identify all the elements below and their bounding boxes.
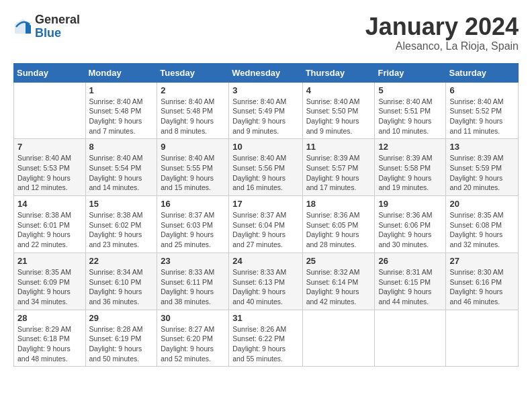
day-number: 9 <box>161 142 225 152</box>
day-detail: Sunrise: 8:40 AM Sunset: 5:50 PM Dayligh… <box>306 97 371 136</box>
day-number: 22 <box>89 256 154 266</box>
day-detail: Sunrise: 8:40 AM Sunset: 5:49 PM Dayligh… <box>232 97 298 136</box>
calendar-cell: 14Sunrise: 8:38 AM Sunset: 6:01 PM Dayli… <box>14 196 86 253</box>
day-detail: Sunrise: 8:27 AM Sunset: 6:20 PM Dayligh… <box>161 324 225 364</box>
calendar-cell: 10Sunrise: 8:40 AM Sunset: 5:56 PM Dayli… <box>229 139 302 196</box>
day-number: 4 <box>306 85 371 95</box>
weekday-header-thursday: Thursday <box>302 63 375 82</box>
calendar-cell: 26Sunrise: 8:31 AM Sunset: 6:15 PM Dayli… <box>375 253 446 310</box>
weekday-header-tuesday: Tuesday <box>157 63 229 82</box>
calendar-cell: 31Sunrise: 8:26 AM Sunset: 6:22 PM Dayli… <box>229 310 302 367</box>
calendar-cell <box>446 310 519 367</box>
day-number: 23 <box>161 256 225 266</box>
calendar-cell: 22Sunrise: 8:34 AM Sunset: 6:10 PM Dayli… <box>85 253 157 310</box>
day-detail: Sunrise: 8:36 AM Sunset: 6:06 PM Dayligh… <box>378 210 442 250</box>
day-detail: Sunrise: 8:30 AM Sunset: 6:16 PM Dayligh… <box>449 267 515 307</box>
weekday-header-saturday: Saturday <box>446 63 519 82</box>
calendar-cell: 6Sunrise: 8:40 AM Sunset: 5:52 PM Daylig… <box>446 82 519 139</box>
day-number: 27 <box>449 256 515 266</box>
day-detail: Sunrise: 8:37 AM Sunset: 6:04 PM Dayligh… <box>232 210 298 250</box>
calendar-cell: 4Sunrise: 8:40 AM Sunset: 5:50 PM Daylig… <box>302 82 375 139</box>
day-detail: Sunrise: 8:40 AM Sunset: 5:54 PM Dayligh… <box>89 153 154 193</box>
day-number: 8 <box>89 142 154 152</box>
day-number: 31 <box>232 313 298 323</box>
day-number: 15 <box>89 199 154 209</box>
week-row-5: 28Sunrise: 8:29 AM Sunset: 6:18 PM Dayli… <box>14 310 519 367</box>
day-detail: Sunrise: 8:40 AM Sunset: 5:48 PM Dayligh… <box>89 97 154 136</box>
day-detail: Sunrise: 8:38 AM Sunset: 6:02 PM Dayligh… <box>89 210 154 250</box>
calendar-cell: 27Sunrise: 8:30 AM Sunset: 6:16 PM Dayli… <box>446 253 519 310</box>
calendar-cell <box>375 310 446 367</box>
day-number: 19 <box>378 199 442 209</box>
day-number: 3 <box>232 85 298 95</box>
day-detail: Sunrise: 8:32 AM Sunset: 6:14 PM Dayligh… <box>306 267 371 307</box>
day-detail: Sunrise: 8:37 AM Sunset: 6:03 PM Dayligh… <box>161 210 225 250</box>
calendar-cell: 29Sunrise: 8:28 AM Sunset: 6:19 PM Dayli… <box>85 310 157 367</box>
calendar-cell: 12Sunrise: 8:39 AM Sunset: 5:58 PM Dayli… <box>375 139 446 196</box>
day-detail: Sunrise: 8:31 AM Sunset: 6:15 PM Dayligh… <box>378 267 442 307</box>
calendar-cell: 18Sunrise: 8:36 AM Sunset: 6:05 PM Dayli… <box>302 196 375 253</box>
calendar-cell <box>302 310 375 367</box>
weekday-header-sunday: Sunday <box>14 63 86 82</box>
calendar-cell: 28Sunrise: 8:29 AM Sunset: 6:18 PM Dayli… <box>14 310 86 367</box>
calendar-cell: 1Sunrise: 8:40 AM Sunset: 5:48 PM Daylig… <box>85 82 157 139</box>
day-detail: Sunrise: 8:40 AM Sunset: 5:53 PM Dayligh… <box>17 153 82 193</box>
day-number: 7 <box>17 142 82 152</box>
weekday-header-row: SundayMondayTuesdayWednesdayThursdayFrid… <box>14 63 519 82</box>
day-number: 30 <box>161 313 225 323</box>
day-detail: Sunrise: 8:26 AM Sunset: 6:22 PM Dayligh… <box>232 324 298 364</box>
weekday-header-friday: Friday <box>375 63 446 82</box>
calendar-cell: 15Sunrise: 8:38 AM Sunset: 6:02 PM Dayli… <box>85 196 157 253</box>
calendar-cell: 19Sunrise: 8:36 AM Sunset: 6:06 PM Dayli… <box>375 196 446 253</box>
day-detail: Sunrise: 8:35 AM Sunset: 6:09 PM Dayligh… <box>17 267 82 307</box>
day-number: 6 <box>449 85 515 95</box>
day-number: 14 <box>17 199 82 209</box>
calendar-cell: 7Sunrise: 8:40 AM Sunset: 5:53 PM Daylig… <box>14 139 86 196</box>
weekday-header-wednesday: Wednesday <box>229 63 302 82</box>
day-number: 24 <box>232 256 298 266</box>
calendar-cell: 17Sunrise: 8:37 AM Sunset: 6:04 PM Dayli… <box>229 196 302 253</box>
day-number: 10 <box>232 142 298 152</box>
day-number: 20 <box>449 199 515 209</box>
day-number: 2 <box>161 85 225 95</box>
day-number: 13 <box>449 142 515 152</box>
week-row-2: 7Sunrise: 8:40 AM Sunset: 5:53 PM Daylig… <box>14 139 519 196</box>
day-detail: Sunrise: 8:40 AM Sunset: 5:56 PM Dayligh… <box>232 153 298 193</box>
day-number: 17 <box>232 199 298 209</box>
day-detail: Sunrise: 8:28 AM Sunset: 6:19 PM Dayligh… <box>89 324 154 364</box>
day-number: 1 <box>89 85 154 95</box>
logo-text: General Blue <box>35 13 80 40</box>
day-detail: Sunrise: 8:34 AM Sunset: 6:10 PM Dayligh… <box>89 267 154 307</box>
logo-general: General <box>35 13 80 27</box>
day-detail: Sunrise: 8:39 AM Sunset: 5:58 PM Dayligh… <box>378 153 442 193</box>
day-detail: Sunrise: 8:40 AM Sunset: 5:55 PM Dayligh… <box>161 153 225 193</box>
location: Alesanco, La Rioja, Spain <box>365 40 519 52</box>
month-title: January 2024 <box>365 13 519 40</box>
day-detail: Sunrise: 8:29 AM Sunset: 6:18 PM Dayligh… <box>17 324 82 364</box>
day-detail: Sunrise: 8:39 AM Sunset: 5:57 PM Dayligh… <box>306 153 371 193</box>
week-row-4: 21Sunrise: 8:35 AM Sunset: 6:09 PM Dayli… <box>14 253 519 310</box>
logo: General Blue <box>13 13 80 40</box>
calendar-cell: 5Sunrise: 8:40 AM Sunset: 5:51 PM Daylig… <box>375 82 446 139</box>
day-detail: Sunrise: 8:36 AM Sunset: 6:05 PM Dayligh… <box>306 210 371 250</box>
day-detail: Sunrise: 8:40 AM Sunset: 5:48 PM Dayligh… <box>161 97 225 136</box>
day-detail: Sunrise: 8:33 AM Sunset: 6:11 PM Dayligh… <box>161 267 225 307</box>
day-number: 5 <box>378 85 442 95</box>
logo-blue: Blue <box>35 27 80 40</box>
logo-icon <box>13 17 32 36</box>
weekday-header-monday: Monday <box>85 63 157 82</box>
calendar-cell: 30Sunrise: 8:27 AM Sunset: 6:20 PM Dayli… <box>157 310 229 367</box>
day-detail: Sunrise: 8:40 AM Sunset: 5:51 PM Dayligh… <box>378 97 442 136</box>
day-detail: Sunrise: 8:35 AM Sunset: 6:08 PM Dayligh… <box>449 210 515 250</box>
day-detail: Sunrise: 8:40 AM Sunset: 5:52 PM Dayligh… <box>449 97 515 136</box>
week-row-1: 1Sunrise: 8:40 AM Sunset: 5:48 PM Daylig… <box>14 82 519 139</box>
title-block: January 2024 Alesanco, La Rioja, Spain <box>365 13 519 52</box>
calendar-cell: 20Sunrise: 8:35 AM Sunset: 6:08 PM Dayli… <box>446 196 519 253</box>
calendar-cell: 3Sunrise: 8:40 AM Sunset: 5:49 PM Daylig… <box>229 82 302 139</box>
calendar-cell: 8Sunrise: 8:40 AM Sunset: 5:54 PM Daylig… <box>85 139 157 196</box>
calendar-cell: 16Sunrise: 8:37 AM Sunset: 6:03 PM Dayli… <box>157 196 229 253</box>
calendar-cell: 2Sunrise: 8:40 AM Sunset: 5:48 PM Daylig… <box>157 82 229 139</box>
day-number: 18 <box>306 199 371 209</box>
day-number: 29 <box>89 313 154 323</box>
day-number: 16 <box>161 199 225 209</box>
